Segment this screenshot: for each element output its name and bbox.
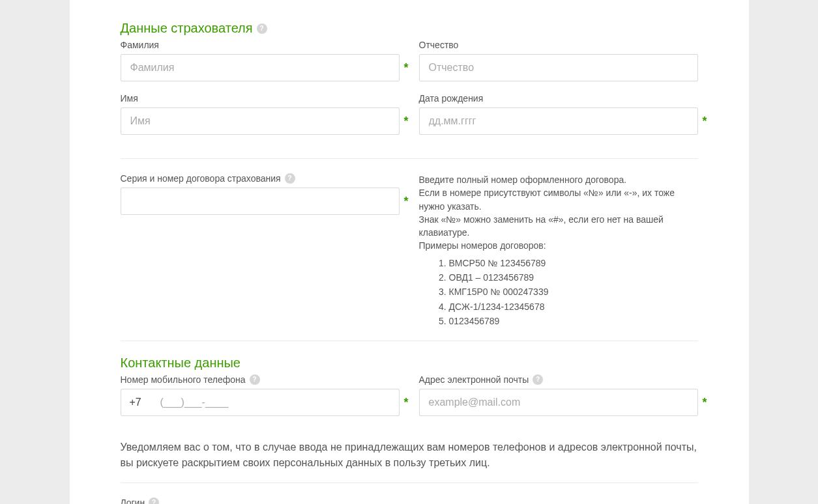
- contract-example: ВМСР50 № 123456789: [449, 257, 698, 270]
- phone-input[interactable]: [121, 389, 400, 416]
- last-name-label: Фамилия: [121, 40, 400, 50]
- login-label: Логин: [121, 497, 145, 504]
- patronymic-label: Отчество: [419, 40, 698, 50]
- divider: [121, 158, 698, 159]
- name-row-1: Фамилия * Отчество: [121, 40, 698, 93]
- contract-example: ДСЖ-1/1234-12345678: [449, 300, 698, 313]
- contact-row: Номер мобильного телефона ? +7 * Адрес э…: [121, 374, 698, 428]
- phone-label-row: Номер мобильного телефона ?: [121, 374, 400, 385]
- required-star: *: [403, 195, 408, 208]
- required-star: *: [403, 61, 408, 75]
- help-icon[interactable]: ?: [533, 374, 543, 385]
- last-name-input[interactable]: [121, 54, 400, 81]
- contract-help-line: Знак «№» можно заменить на «#», если его…: [419, 213, 698, 240]
- help-icon[interactable]: ?: [285, 173, 295, 184]
- login-label-row: Логин ?: [121, 497, 409, 504]
- contract-examples-title: Примеры номеров договоров:: [419, 239, 698, 252]
- divider: [121, 341, 698, 341]
- first-name-label: Имя: [121, 93, 400, 104]
- contract-example: КМГ15Р0 № 000247339: [449, 285, 698, 298]
- contract-example: 0123456789: [449, 315, 698, 328]
- email-input[interactable]: [419, 389, 698, 416]
- email-label-row: Адрес электронной почты ?: [419, 374, 698, 385]
- birth-date-input[interactable]: [419, 107, 698, 135]
- contract-label-row: Серия и номер договора страхования ?: [121, 173, 400, 184]
- divider: [121, 483, 698, 483]
- required-star: *: [702, 396, 707, 410]
- required-star: *: [403, 396, 408, 410]
- privacy-warning: Уведомляем вас о том, что в случае ввода…: [121, 440, 698, 471]
- birth-date-label: Дата рождения: [419, 93, 698, 104]
- name-row-2: Имя * Дата рождения *: [121, 93, 698, 147]
- contract-examples-list: ВМСР50 № 123456789 ОВД1 – 0123456789 КМГ…: [449, 257, 698, 328]
- section-insurer-title-row: Данные страхователя ?: [121, 21, 698, 36]
- help-icon[interactable]: ?: [149, 497, 159, 504]
- patronymic-input[interactable]: [419, 54, 698, 81]
- help-icon[interactable]: ?: [250, 374, 260, 385]
- login-row: Логин ? *: [121, 497, 698, 504]
- contract-row: Серия и номер договора страхования ? * В…: [121, 173, 698, 329]
- contract-example: ОВД1 – 0123456789: [449, 271, 698, 284]
- contract-label: Серия и номер договора страхования: [121, 173, 281, 184]
- first-name-input[interactable]: [121, 107, 400, 135]
- contract-help-line: Если в номере присутствуют символы «№» и…: [419, 186, 698, 213]
- phone-label: Номер мобильного телефона: [121, 374, 246, 385]
- section-insurer-title: Данные страхователя: [121, 21, 253, 36]
- section-contact-title: Контактные данные: [121, 356, 241, 371]
- section-contact-title-row: Контактные данные: [121, 356, 698, 371]
- required-star: *: [403, 115, 408, 128]
- contract-input[interactable]: [121, 188, 400, 215]
- contract-instructions: Введите полный номер оформленного догово…: [419, 173, 698, 328]
- form-card: Данные страхователя ? Фамилия * Отчество: [70, 0, 749, 504]
- help-icon[interactable]: ?: [257, 23, 267, 34]
- contract-help-line: Введите полный номер оформленного догово…: [419, 173, 698, 186]
- email-label: Адрес электронной почты: [419, 374, 529, 385]
- required-star: *: [702, 115, 707, 128]
